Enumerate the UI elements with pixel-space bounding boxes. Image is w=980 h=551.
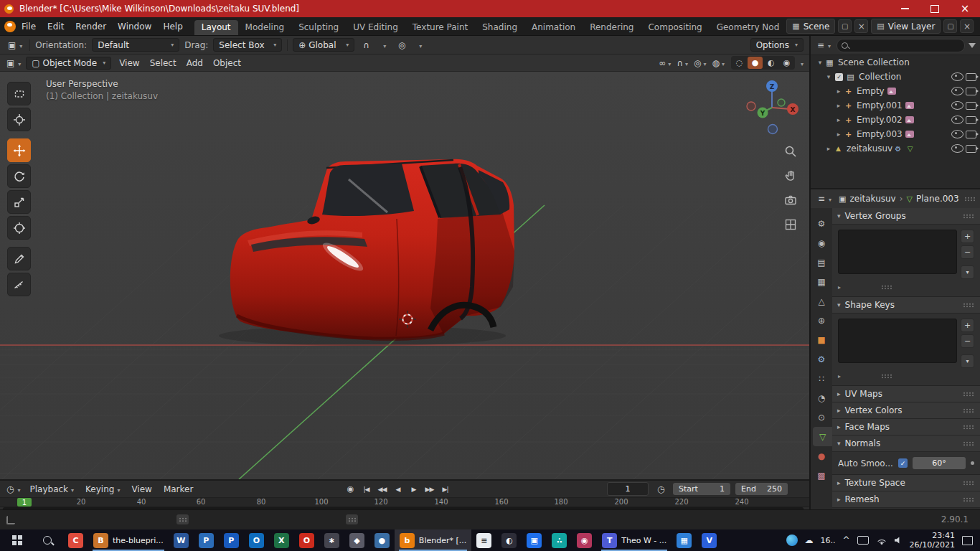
workspace-tab[interactable]: UV Editing: [346, 20, 405, 35]
workspace-tab[interactable]: Modeling: [238, 20, 292, 35]
hide-in-viewport-icon[interactable]: [951, 116, 963, 124]
properties-editor-type-button[interactable]: ≡: [816, 194, 834, 204]
properties-tab-physics[interactable]: ◔: [811, 388, 832, 408]
toggle-ortho-icon[interactable]: [783, 217, 798, 232]
properties-tab-constraints[interactable]: ⊙: [811, 408, 832, 427]
taskbar-notepad-icon[interactable]: ≡: [471, 529, 496, 551]
blender-menu-logo[interactable]: [4, 21, 16, 32]
properties-tab-modifiers[interactable]: ⚙: [811, 349, 832, 369]
playback-menu[interactable]: Playback: [24, 484, 80, 494]
wifi-icon[interactable]: [876, 537, 887, 545]
properties-tab-scene[interactable]: △: [811, 291, 832, 311]
taskbar-clock[interactable]: 23:41 26/10/2021: [910, 531, 955, 550]
disable-in-renders-icon[interactable]: [966, 102, 976, 110]
new-view-layer-button[interactable]: [943, 19, 957, 33]
properties-tab-tool[interactable]: ⚙: [811, 214, 832, 233]
remove-vertex-group-button[interactable]: [961, 245, 974, 259]
workspace-tab[interactable]: Compositing: [641, 20, 709, 35]
app-menu[interactable]: Render: [70, 22, 112, 32]
outliner-editor-type-button[interactable]: ≡: [815, 40, 833, 50]
shape-keys-subpanel[interactable]: [838, 372, 974, 380]
edge-tray-icon[interactable]: [786, 534, 798, 546]
taskbar-app-icon-2[interactable]: ◆: [344, 529, 369, 551]
properties-tab-output[interactable]: ▤: [811, 253, 832, 272]
view-menu[interactable]: View: [126, 484, 157, 494]
filter-icon[interactable]: [969, 43, 976, 48]
tray-overflow-caret-icon[interactable]: ^: [843, 535, 850, 545]
proportional-dropdown[interactable]: ◎: [692, 58, 708, 68]
workspace-tab[interactable]: Layout: [194, 20, 238, 35]
proportional-falloff-dropdown[interactable]: [413, 38, 426, 52]
app-menu[interactable]: Help: [157, 22, 188, 32]
outliner-row[interactable]: ▾ Collection: [811, 70, 980, 84]
preview-range-icon[interactable]: ◷: [657, 484, 664, 494]
editor-corner-icon[interactable]: [6, 516, 15, 524]
windows-start-button[interactable]: [0, 529, 32, 551]
panel-header-uv-maps[interactable]: UV Maps: [832, 386, 980, 402]
expand-caret-icon[interactable]: ▸: [834, 88, 843, 95]
taskbar-app-icon-1[interactable]: ∗: [319, 529, 344, 551]
outliner-search-input[interactable]: [837, 39, 965, 52]
play-button[interactable]: ▶: [406, 483, 421, 495]
taskbar-opera-icon[interactable]: O: [294, 529, 319, 551]
viewport-menu[interactable]: Add: [182, 58, 208, 68]
minimize-button[interactable]: [890, 0, 920, 17]
snap-settings-dropdown[interactable]: [377, 38, 390, 52]
outliner-row[interactable]: ▾ Scene Collection: [811, 55, 980, 70]
taskbar-powerpoint-icon[interactable]: P: [194, 529, 219, 551]
panel-header-remesh[interactable]: Remesh: [832, 491, 980, 508]
new-scene-button[interactable]: [838, 19, 852, 33]
outliner-item-label[interactable]: zeitakusuv: [847, 143, 892, 154]
view-layer-selector[interactable]: ▤ View Layer: [871, 19, 941, 34]
expand-caret-icon[interactable]: ▸: [834, 116, 843, 123]
measure-tool[interactable]: [7, 273, 31, 296]
taskbar-blueprint-window[interactable]: B the-bluepri...: [88, 529, 169, 551]
unlink-scene-button[interactable]: [854, 19, 868, 33]
select-box-tool[interactable]: [7, 82, 31, 105]
app-menu[interactable]: File: [16, 22, 42, 32]
play-reverse-button[interactable]: ◀: [390, 483, 405, 495]
editor-divider[interactable]: [809, 36, 811, 509]
jump-next-keyframe-button[interactable]: ▶▶: [422, 483, 437, 495]
animate-property-dot[interactable]: [971, 461, 974, 465]
display-tray-icon[interactable]: [857, 536, 869, 545]
current-frame-field[interactable]: 1: [607, 482, 649, 496]
workspace-tab[interactable]: Animation: [524, 20, 583, 35]
taskbar-blender-window[interactable]: b Blender* [...: [395, 529, 471, 551]
properties-tab-world[interactable]: ⊕: [811, 311, 832, 330]
outliner-row[interactable]: ▸ Empty.001: [811, 98, 980, 113]
annotate-tool[interactable]: [7, 247, 31, 270]
jump-prev-keyframe-button[interactable]: ◀◀: [374, 483, 390, 495]
outliner-item-label[interactable]: Collection: [859, 72, 901, 82]
orientation-dropdown[interactable]: Default: [92, 38, 179, 52]
taskbar-search-button[interactable]: [32, 529, 63, 551]
navigation-gizmo[interactable]: Z X Y: [743, 79, 801, 136]
cursor-tool[interactable]: [7, 108, 31, 131]
marker-menu[interactable]: Marker: [158, 484, 199, 494]
properties-tab-object[interactable]: ■: [811, 330, 832, 349]
properties-tab-object-data[interactable]: ▽: [813, 427, 832, 446]
scene-selector[interactable]: ▦ Scene: [786, 19, 835, 34]
start-frame-field[interactable]: Start1: [673, 483, 730, 495]
transform-orientation-dropdown[interactable]: ⊕ Global: [293, 38, 354, 52]
taskbar-app-icon-7[interactable]: ◉: [572, 529, 597, 551]
app-menu[interactable]: Edit: [42, 22, 70, 32]
camera-view-icon[interactable]: [783, 192, 798, 208]
overlays-dropdown[interactable]: ◍: [710, 58, 726, 68]
jump-to-start-button[interactable]: |◀: [359, 483, 374, 495]
outliner-row[interactable]: ▸ zeitakusuv: [811, 141, 980, 156]
shape-key-specials-button[interactable]: [961, 354, 974, 368]
viewport-menu[interactable]: Select: [145, 58, 182, 68]
disable-in-renders-icon[interactable]: [966, 116, 976, 124]
taskbar-chrome-icon[interactable]: C: [63, 529, 88, 551]
snap-dropdown[interactable]: ∩: [675, 58, 689, 68]
properties-tab-view-layer[interactable]: ▦: [811, 272, 832, 291]
taskbar-excel-icon[interactable]: X: [269, 529, 294, 551]
remove-shape-key-button[interactable]: [961, 334, 974, 348]
end-frame-field[interactable]: End250: [735, 483, 788, 495]
remove-view-layer-button[interactable]: [960, 19, 974, 33]
app-menu[interactable]: Window: [112, 22, 157, 32]
proportional-editing-toggle[interactable]: ◎: [395, 38, 408, 52]
shading-mode-button[interactable]: ◌: [732, 57, 747, 69]
drag-dropdown[interactable]: Select Box: [213, 38, 282, 52]
